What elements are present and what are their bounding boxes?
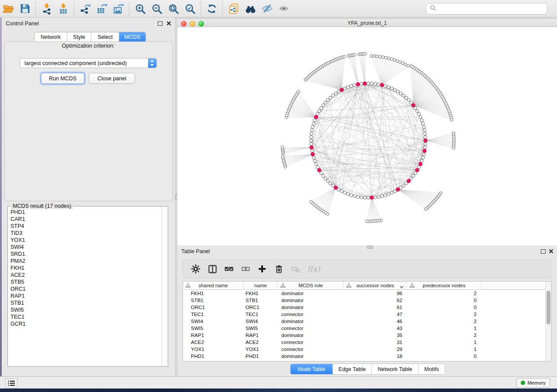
leaf-node[interactable]	[281, 146, 284, 149]
ring-node[interactable]	[396, 90, 399, 93]
leaf-node[interactable]	[310, 200, 313, 203]
column-header-predecessor-nodes[interactable]: predecessor nodes	[407, 282, 481, 289]
mcds-node[interactable]	[423, 149, 427, 153]
mcds-result-item[interactable]: ACE2	[10, 272, 26, 279]
ring-node[interactable]	[377, 195, 380, 198]
leaf-node[interactable]	[390, 58, 393, 61]
zoom-fit-icon[interactable]	[165, 1, 182, 17]
mcds-result-item[interactable]: TID3	[10, 230, 26, 237]
leaf-node[interactable]	[424, 208, 427, 211]
leaf-node[interactable]	[384, 56, 387, 59]
mcds-result-item[interactable]: SWI5	[10, 306, 26, 313]
ring-node[interactable]	[320, 107, 323, 110]
ring-node[interactable]	[399, 92, 402, 95]
mcds-node[interactable]	[407, 179, 411, 183]
ring-node[interactable]	[421, 122, 424, 125]
ring-node[interactable]	[405, 96, 408, 99]
ring-node[interactable]	[423, 146, 426, 149]
leaf-node[interactable]	[376, 55, 379, 58]
hide-selected-icon[interactable]	[259, 1, 275, 17]
mcds-result-item[interactable]: STB1	[10, 299, 26, 306]
close-panel-button[interactable]: Close panel	[89, 73, 135, 84]
leaf-node[interactable]	[365, 220, 368, 223]
ring-node[interactable]	[417, 113, 420, 116]
tab-mcds[interactable]: MCDS	[119, 32, 145, 42]
network-canvas[interactable]	[177, 27, 557, 245]
table-row[interactable]: FKH1FKH1dominator962	[183, 290, 545, 297]
mcds-result-item[interactable]: SWI4	[10, 244, 26, 251]
leaf-node[interactable]	[343, 55, 346, 58]
tab-motifs[interactable]: Motifs	[419, 364, 445, 374]
import-network-icon[interactable]	[38, 1, 55, 17]
table-row[interactable]: TEC1TEC1connector472	[183, 311, 545, 318]
mcds-result-item[interactable]: PMA2	[10, 258, 26, 265]
table-mode-gear-icon[interactable]	[187, 261, 204, 277]
table-row[interactable]: STB1STB1dominator620	[183, 297, 545, 304]
ring-node[interactable]	[420, 159, 423, 162]
ring-node[interactable]	[384, 193, 387, 196]
mcds-node[interactable]	[412, 103, 415, 107]
ring-node[interactable]	[313, 159, 316, 162]
ring-node[interactable]	[387, 193, 390, 196]
ring-node[interactable]	[353, 195, 356, 198]
ring-node[interactable]	[360, 82, 363, 85]
export-table-icon[interactable]	[93, 1, 110, 17]
mcds-node[interactable]	[419, 162, 422, 166]
ring-node[interactable]	[310, 135, 313, 138]
ring-node[interactable]	[340, 189, 343, 193]
leaf-node[interactable]	[381, 56, 384, 59]
tab-network[interactable]: Network	[35, 32, 67, 42]
float-panel-icon[interactable]	[158, 21, 163, 26]
ring-node[interactable]	[402, 184, 405, 187]
tab-node-table[interactable]: Node Table	[291, 364, 333, 374]
mcds-node[interactable]	[415, 168, 419, 172]
tab-select[interactable]: Select	[91, 32, 119, 42]
mcds-node[interactable]	[363, 82, 367, 86]
ring-node[interactable]	[343, 191, 346, 194]
export-network-icon[interactable]	[77, 1, 93, 17]
ring-node[interactable]	[374, 196, 377, 199]
mcds-result-item[interactable]: RAP1	[10, 292, 26, 299]
ring-node[interactable]	[367, 82, 370, 85]
ring-node[interactable]	[349, 84, 353, 87]
close-panel-icon[interactable]	[166, 21, 171, 26]
ring-node[interactable]	[311, 149, 314, 152]
ring-node[interactable]	[312, 122, 315, 125]
task-history-button[interactable]	[5, 378, 17, 388]
mcds-node[interactable]	[370, 196, 374, 199]
ring-node[interactable]	[356, 195, 360, 198]
column-header-successor-nodes[interactable]: successor nodes	[344, 282, 407, 289]
leaf-node[interactable]	[387, 57, 391, 60]
float-table-panel-icon[interactable]	[541, 249, 546, 254]
mcds-result-item[interactable]: CAR1	[10, 216, 26, 223]
select-all-rows-icon[interactable]	[221, 261, 237, 277]
ring-node[interactable]	[310, 142, 313, 145]
mcds-node[interactable]	[396, 188, 400, 192]
leaf-node[interactable]	[353, 53, 356, 56]
mcds-result-item[interactable]: STP4	[10, 223, 26, 230]
ring-node[interactable]	[322, 104, 325, 107]
leaf-node[interactable]	[393, 58, 396, 62]
import-table-icon[interactable]	[55, 1, 72, 17]
ring-node[interactable]	[367, 196, 370, 199]
refresh-layout-icon[interactable]	[204, 1, 220, 17]
show-columns-icon[interactable]	[204, 261, 221, 277]
leaf-node[interactable]	[297, 90, 300, 93]
ring-node[interactable]	[377, 83, 380, 86]
deselect-all-rows-icon[interactable]	[237, 261, 254, 277]
ring-node[interactable]	[407, 99, 410, 102]
ring-node[interactable]	[422, 125, 426, 128]
table-row[interactable]: RAP1RAP1dominator352	[183, 332, 545, 339]
ring-node[interactable]	[329, 96, 332, 99]
ring-node[interactable]	[334, 92, 337, 95]
ring-node[interactable]	[384, 84, 387, 87]
column-header-mcds-role[interactable]: MCDS role	[278, 282, 344, 289]
mcds-node[interactable]	[310, 145, 314, 149]
ring-node[interactable]	[381, 195, 384, 198]
table-panel-splitter-grip[interactable]	[367, 246, 373, 249]
mcds-result-item[interactable]: GCR1	[10, 320, 26, 327]
mcds-node[interactable]	[380, 83, 384, 87]
close-table-panel-icon[interactable]	[549, 249, 554, 254]
ring-node[interactable]	[412, 174, 415, 177]
table-row[interactable]: ACE2ACE2connector311	[183, 339, 545, 346]
